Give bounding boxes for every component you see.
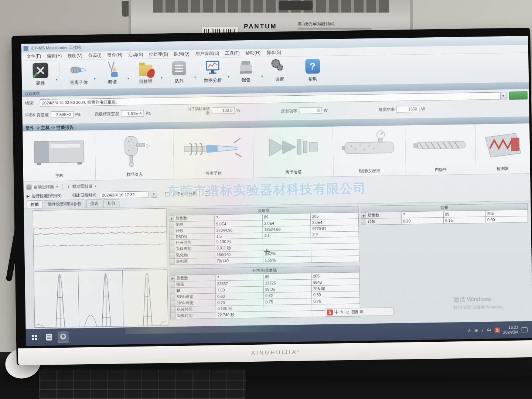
sogou-tray-icon[interactable]: S: [495, 327, 500, 332]
menu-tools[interactable]: 工具(T): [222, 49, 243, 57]
document-icon: [46, 334, 52, 340]
quad-vacuum-value[interactable]: 1.61E-4: [121, 110, 144, 117]
turbo-pump-meter: 分子涡轮泵转数 100.0 %: [185, 106, 240, 115]
diagram-plasma[interactable]: 等离子体: [173, 128, 254, 179]
menu-instrument[interactable]: 仪器(I): [85, 51, 105, 59]
diagram-sample-intro[interactable]: 样品引入: [95, 129, 174, 180]
monitor-brand: XINGHUIJIA®: [251, 349, 301, 356]
stability-chart[interactable]: [33, 208, 167, 270]
tray-expand-icon[interactable]: ∧: [468, 328, 471, 333]
menu-edit[interactable]: 编辑(E): [44, 52, 65, 60]
menu-batch[interactable]: 批处理(B): [146, 50, 171, 58]
ime-mode-icon[interactable]: 中: [487, 327, 491, 333]
dropdown-arrow[interactable]: ▾: [161, 76, 163, 79]
menu-hardware[interactable]: 硬件(H): [104, 51, 125, 59]
windows-activation-watermark: 激活 Windows 转到“设置”以激活 Windows。: [453, 295, 507, 310]
queue-button[interactable]: 队列: [163, 59, 195, 84]
run-performance-report-button[interactable]: 运行性能报告(R): [31, 193, 62, 199]
taskbar-clock[interactable]: 16:23 2024/3/4: [503, 325, 518, 335]
history-checkbox[interactable]: [205, 191, 209, 195]
pump-icon: ⇕: [67, 184, 70, 188]
dropdown-arrow[interactable]: ▾: [261, 74, 263, 78]
help-button[interactable]: ? 帮助: [297, 58, 329, 82]
error-dropdown-arrow[interactable]: ▼: [500, 92, 507, 99]
diagram-ion-lens[interactable]: 离子透镜: [253, 126, 334, 177]
report-button[interactable]: 报告: [230, 58, 262, 83]
peak-shape-charts: [34, 270, 168, 328]
screen: ICP-MS MassHunter 工作站 文件(F) 编辑(E) 视图(V) …: [21, 36, 532, 346]
peak-panel-mass7[interactable]: [34, 271, 79, 328]
created-datetime-field[interactable]: 2024/3/4 16:17:32: [100, 191, 149, 198]
menu-script[interactable]: 脚本(S): [263, 48, 284, 57]
settings-button[interactable]: 设置: [263, 58, 296, 83]
datetime-dropdown-arrow[interactable]: ▼: [151, 191, 157, 197]
history-view-button[interactable]: 历史记录视图: [173, 191, 197, 197]
rf-power-meter: 射频功率 1550 W: [378, 106, 425, 113]
printer-vents: [153, 0, 389, 13]
dropdown-arrow[interactable]: ▾: [95, 184, 96, 188]
tab-hardware-settings[interactable]: 硬件设置/调谐参数: [44, 200, 85, 208]
if-bk-vacuum-meter: IF/BK 真空度 2.59E+2 Pa: [25, 111, 80, 118]
history-view-icon: [165, 192, 170, 196]
stability-traces: [33, 209, 167, 270]
detector-graphic: [480, 127, 525, 162]
tab-meters[interactable]: 仪表: [86, 199, 102, 208]
reflected-power-value[interactable]: 3: [299, 107, 322, 114]
printer-description: 黑白激光单功能打印机: [298, 21, 335, 27]
mainframe-graphic: [31, 134, 87, 169]
tune-button[interactable]: 调谐: [96, 61, 128, 85]
tab-other[interactable]: 其他: [103, 199, 119, 208]
monitor: ICP-MS MassHunter 工作站 文件(F) 编辑(E) 视图(V) …: [11, 28, 532, 365]
plasma-torch-icon: [70, 61, 88, 79]
plasma-button[interactable]: 等离子体: [63, 61, 95, 86]
data-analysis-button[interactable]: 数据分析: [197, 59, 229, 84]
peak-panel-mass205[interactable]: [123, 270, 168, 327]
app-icon: [24, 46, 28, 51]
diagram-collision-cell[interactable]: 碰撞/反应池: [333, 125, 406, 176]
volume-icon[interactable]: ♪: [481, 328, 484, 333]
if-bk-vacuum-value[interactable]: 2.59E+2: [51, 111, 74, 118]
ime-pen-icon[interactable]: ✎: [340, 310, 344, 315]
menu-help[interactable]: 帮助(H): [242, 49, 263, 57]
turbo-pump-value[interactable]: 100.0: [212, 107, 235, 114]
taskbar-app-masshunter[interactable]: [58, 331, 69, 342]
green-check-icon: ✓: [31, 70, 40, 81]
menu-file[interactable]: 文件(F): [24, 52, 44, 61]
dropdown-arrow[interactable]: ▾: [194, 75, 196, 79]
diagram-detector[interactable]: 检测器: [475, 123, 529, 174]
hardware-button[interactable]: ✓ 硬件: [24, 62, 57, 86]
sogou-icon[interactable]: S: [327, 310, 333, 316]
acknowledge-button[interactable]: [509, 91, 528, 100]
ime-emoji-icon[interactable]: ☺: [345, 310, 350, 315]
sample-intro-graphic: [112, 133, 157, 169]
keyboard: [39, 369, 246, 399]
dropdown-arrow[interactable]: ▾: [94, 77, 96, 81]
wrench-icon: ✓: [33, 63, 48, 79]
ime-keyboard-icon[interactable]: ⌨: [351, 309, 358, 314]
ime-settings-icon[interactable]: ⚙: [359, 309, 363, 314]
diagram-quadrupole[interactable]: 四极杆: [405, 124, 476, 175]
windows-start-button[interactable]: [32, 335, 37, 340]
ime-lang-icon[interactable]: 中: [334, 309, 339, 316]
autosampler-button[interactable]: 自动进样器: [34, 184, 54, 190]
menu-usertune[interactable]: 用户调谐(U): [192, 50, 222, 58]
menu-view[interactable]: 视图(V): [65, 52, 85, 60]
dropdown-arrow[interactable]: ▾: [56, 185, 58, 188]
reflected-power-meter: 反射功率 3 W: [281, 107, 328, 115]
dropdown-arrow[interactable]: ▾: [127, 76, 129, 80]
pump-speed-button[interactable]: 蠕动泵转速: [72, 183, 93, 189]
batch-button[interactable]: 批处理: [130, 60, 162, 85]
ime-toolbar: S 中 ✎ ☺ ⌨ ⚙: [325, 307, 393, 317]
menu-queue[interactable]: 队列(Q): [171, 50, 192, 58]
diagram-mainframe[interactable]: 主机: [23, 130, 96, 181]
dropdown-arrow[interactable]: ▾: [56, 78, 58, 81]
taskbar-app-explorer[interactable]: [44, 331, 55, 342]
notification-center-icon[interactable]: [522, 327, 528, 332]
network-icon[interactable]: ⊕: [474, 328, 478, 333]
rf-power-value[interactable]: 1550: [396, 106, 419, 113]
instrument-diagram: 主机 样品引入: [23, 123, 530, 182]
peak-panel-mass89[interactable]: [78, 270, 124, 327]
tab-performance[interactable]: 性能: [27, 200, 43, 209]
dropdown-arrow[interactable]: ▾: [228, 75, 229, 78]
menu-start[interactable]: 启动(S): [125, 51, 146, 59]
